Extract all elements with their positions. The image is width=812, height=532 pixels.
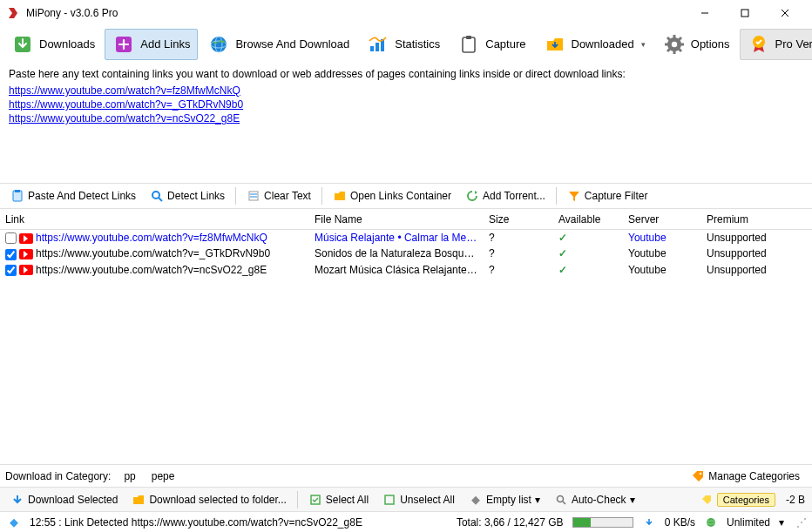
paste-detect-button[interactable]: Paste And Detect Links	[3, 185, 143, 206]
options-tab[interactable]: Options	[655, 29, 738, 60]
row-server: Youtube	[623, 230, 701, 246]
row-link: https://www.youtube.com/watch?v=_GTkDRvN…	[36, 247, 270, 259]
col-server[interactable]: Server	[623, 210, 701, 230]
down-arrow-icon	[642, 515, 656, 529]
browse-tab[interactable]: Browse And Download	[200, 29, 357, 60]
svg-rect-38	[471, 495, 480, 504]
youtube-icon	[19, 233, 33, 244]
svg-rect-10	[370, 46, 374, 51]
statistics-tab[interactable]: Statistics	[359, 29, 448, 60]
manage-categories-button[interactable]: Manage Categories	[684, 466, 807, 487]
table-row[interactable]: https://www.youtube.com/watch?v=ncSvO22_…	[0, 262, 812, 278]
row-size: ?	[484, 246, 553, 261]
detect-links-button[interactable]: Detect Links	[143, 185, 232, 206]
add-torrent-button[interactable]: Add Torrent...	[458, 185, 552, 206]
svg-line-23	[667, 49, 670, 51]
download-selected-label: Download Selected	[28, 494, 118, 506]
statistics-label: Statistics	[395, 37, 440, 51]
plus-icon	[112, 33, 135, 56]
separator	[321, 187, 322, 205]
svg-rect-14	[466, 36, 471, 39]
maximize-button[interactable]	[725, 1, 765, 25]
svg-point-42	[707, 518, 715, 527]
row-premium: Unsupported	[701, 230, 812, 246]
row-checkbox[interactable]	[5, 232, 17, 244]
table-row[interactable]: https://www.youtube.com/watch?v=fz8MfwMc…	[0, 230, 812, 246]
select-all-button[interactable]: Select All	[301, 489, 376, 510]
gear-icon	[663, 33, 686, 56]
open-container-label: Open Links Container	[350, 190, 451, 202]
download-selected-button[interactable]: Download Selected	[3, 489, 125, 510]
table-row[interactable]: https://www.youtube.com/watch?v=_GTkDRvN…	[0, 246, 812, 261]
svg-point-16	[672, 41, 677, 46]
globe-small-icon	[704, 515, 718, 529]
col-premium[interactable]: Premium	[701, 210, 812, 230]
window-title: MiPony - v3.0.6 Pro	[26, 7, 685, 19]
row-available: ✓	[553, 230, 623, 246]
paste-textbox[interactable]: https://www.youtube.com/watch?v=fz8MfwMc…	[9, 84, 803, 179]
open-container-button[interactable]: Open Links Container	[326, 185, 458, 206]
table-header-row: Link File Name Size Available Server Pre…	[0, 210, 812, 230]
total-label: Total: 3,66 / 12,427 GB	[457, 516, 564, 529]
app-icon	[7, 6, 21, 20]
empty-list-button[interactable]: Empty list ▾	[462, 489, 547, 510]
add-links-tab[interactable]: Add Links	[105, 29, 198, 60]
empty-list-label: Empty list	[486, 494, 531, 506]
links-table-container: Link File Name Size Available Server Pre…	[0, 209, 812, 464]
chevron-down-icon: ▾	[535, 494, 540, 506]
download-to-folder-button[interactable]: Download selected to folder...	[125, 489, 293, 510]
unlimited-label: Unlimited	[727, 516, 770, 529]
category-option[interactable]: pepe	[144, 468, 183, 485]
row-filename: Mozart Música Clásica Relajante para ...	[309, 262, 484, 278]
row-link: https://www.youtube.com/watch?v=ncSvO22_…	[36, 264, 267, 276]
pasted-link[interactable]: https://www.youtube.com/watch?v=_GTkDRvN…	[9, 98, 803, 111]
capture-filter-button[interactable]: Capture Filter	[560, 185, 655, 206]
unselect-all-button[interactable]: Unselect All	[376, 489, 462, 510]
links-table: Link File Name Size Available Server Pre…	[0, 210, 812, 278]
auto-check-button[interactable]: Auto-Check ▾	[547, 489, 642, 510]
down-arrow-icon	[10, 493, 24, 507]
info-diamond-icon	[7, 515, 21, 529]
downloaded-tab[interactable]: Downloaded ▾	[536, 29, 653, 60]
svg-point-39	[557, 495, 563, 502]
svg-rect-32	[249, 192, 258, 200]
funnel-icon	[567, 189, 581, 203]
youtube-icon	[19, 265, 33, 275]
clear-text-button[interactable]: Clear Text	[240, 185, 318, 206]
svg-rect-11	[376, 43, 379, 51]
medal-icon	[748, 33, 770, 56]
col-available[interactable]: Available	[553, 210, 623, 230]
row-premium: Unsupported	[701, 262, 812, 278]
row-checkbox[interactable]	[5, 265, 17, 276]
categories-button[interactable]: Categories	[693, 489, 782, 510]
row-link: https://www.youtube.com/watch?v=fz8MfwMc…	[36, 232, 267, 244]
row-filename: Sonidos de la Naturaleza Bosque Rel...	[309, 246, 484, 261]
detect-links-label: Detect Links	[167, 190, 225, 202]
category-option[interactable]: pp	[116, 468, 143, 485]
col-link[interactable]: Link	[0, 210, 309, 230]
pasted-link[interactable]: https://www.youtube.com/watch?v=fz8MfwMc…	[9, 84, 803, 98]
capture-tab[interactable]: Capture	[450, 29, 533, 60]
svg-line-24	[679, 37, 681, 40]
resize-grip[interactable]: ⋰	[793, 516, 805, 529]
checkbox-checked-icon	[308, 493, 322, 507]
svg-line-31	[159, 198, 162, 201]
svg-rect-2	[741, 10, 748, 17]
downloaded-label: Downloaded	[572, 37, 634, 51]
row-available: ✓	[553, 262, 623, 278]
svg-rect-29	[15, 190, 20, 192]
minimize-button[interactable]	[685, 1, 725, 25]
options-label: Options	[691, 37, 730, 51]
select-all-label: Select All	[326, 494, 369, 506]
browse-label: Browse And Download	[235, 37, 349, 51]
tag-icon	[700, 493, 714, 507]
row-checkbox[interactable]	[5, 249, 17, 260]
col-size[interactable]: Size	[484, 210, 553, 230]
col-filename[interactable]: File Name	[309, 210, 484, 230]
downloads-tab[interactable]: Downloads	[3, 29, 103, 60]
close-button[interactable]	[765, 1, 805, 25]
paste-icon	[10, 189, 24, 203]
pasted-link[interactable]: https://www.youtube.com/watch?v=ncSvO22_…	[9, 111, 803, 125]
chevron-down-icon: ▾	[641, 40, 646, 49]
pro-version-tab[interactable]: Pro Version ▾	[740, 29, 812, 60]
